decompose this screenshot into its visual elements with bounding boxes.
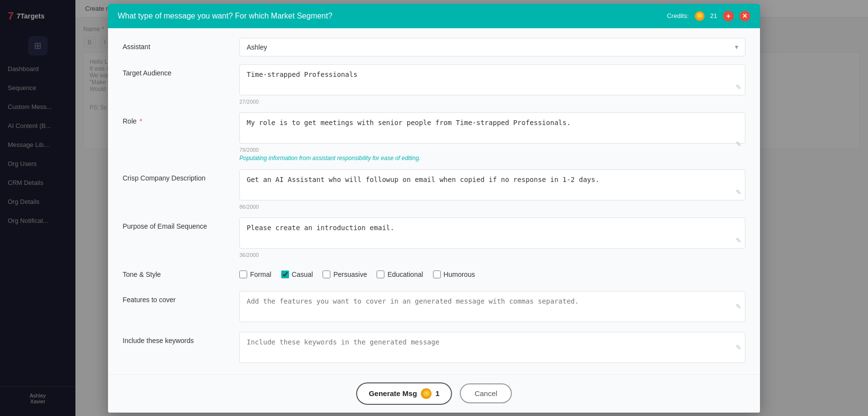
crisp-company-row: Crisp Company Description Get an AI Assi… [123, 169, 745, 210]
tone-formal-label: Formal [250, 271, 271, 278]
role-edit-icon[interactable]: ✎ [736, 140, 741, 148]
tone-label: Tone & Style [123, 266, 230, 278]
modal-x-button[interactable]: × [740, 11, 750, 21]
features-input[interactable] [239, 291, 745, 322]
modal-dialog: What type of message you want? For which… [108, 4, 760, 413]
tone-educational-label: Educational [387, 271, 423, 278]
features-label: Features to cover [123, 291, 230, 304]
modal-footer: Generate Msg 🪙 1 Cancel [108, 374, 760, 413]
keywords-row: Include these keywords ✎ [123, 332, 745, 365]
modal-header-right: Credits: 🪙 21 + × [667, 11, 750, 21]
role-info-text: Populating information from assistant re… [239, 155, 745, 162]
tone-checkbox-casual[interactable] [281, 271, 289, 278]
role-control: My role is to get meetings with senior p… [239, 112, 745, 162]
role-row: Role * My role is to get meetings with s… [123, 112, 745, 162]
modal-title: What type of message you want? For which… [118, 12, 332, 20]
role-required-star: * [138, 117, 142, 125]
purpose-edit-icon[interactable]: ✎ [736, 236, 741, 244]
tone-checkbox-persuasive[interactable] [323, 271, 330, 278]
assistant-label: Assistant [123, 38, 230, 51]
credits-label: Credits: [667, 12, 689, 19]
modal-header: What type of message you want? For which… [108, 4, 760, 28]
target-audience-label: Target Audience [123, 64, 230, 77]
tone-checkbox-humorous[interactable] [433, 271, 441, 278]
crisp-company-char-count: 86/2000 [239, 204, 745, 210]
purpose-label: Purpose of Email Sequence [123, 217, 230, 230]
tone-control: Formal Casual Persuasive Educationa [239, 266, 745, 283]
target-audience-row: Target Audience Time-strapped Profession… [123, 64, 745, 105]
cancel-button[interactable]: Cancel [460, 383, 512, 403]
assistant-row: Assistant Ashley ▼ [123, 38, 745, 56]
keywords-input[interactable] [239, 332, 745, 363]
role-input[interactable]: My role is to get meetings with senior p… [239, 112, 745, 144]
keywords-control: ✎ [239, 332, 745, 365]
crisp-company-edit-icon[interactable]: ✎ [736, 188, 741, 196]
purpose-char-count: 36/2000 [239, 252, 745, 258]
assistant-select[interactable]: Ashley [239, 38, 745, 56]
tone-checkbox-educational[interactable] [377, 271, 384, 278]
target-audience-input[interactable]: Time-strapped Professionals [239, 64, 745, 95]
generate-credit-icon: 🪙 [421, 388, 432, 399]
crisp-company-control: Get an AI Assistant who will followup on… [239, 169, 745, 210]
tone-option-educational[interactable]: Educational [377, 271, 423, 278]
target-audience-char-count: 27/2000 [239, 99, 745, 105]
target-audience-control: Time-strapped Professionals 27/2000 ✎ [239, 64, 745, 105]
tone-row: Tone & Style Formal Casual P [123, 266, 745, 283]
generate-msg-button[interactable]: Generate Msg 🪙 1 [356, 382, 452, 405]
tone-option-formal[interactable]: Formal [239, 271, 271, 278]
tone-option-humorous[interactable]: Humorous [433, 271, 475, 278]
tone-casual-label: Casual [292, 271, 313, 278]
target-audience-edit-icon[interactable]: ✎ [736, 83, 741, 91]
purpose-row: Purpose of Email Sequence Please create … [123, 217, 745, 258]
crisp-company-label: Crisp Company Description [123, 169, 230, 182]
role-label: Role * [123, 112, 230, 125]
tone-options-group: Formal Casual Persuasive Educationa [239, 266, 745, 283]
keywords-label: Include these keywords [123, 332, 230, 344]
features-edit-icon[interactable]: ✎ [736, 303, 741, 310]
modal-body: Assistant Ashley ▼ Target Audience Time-… [108, 28, 760, 374]
credits-count: 21 [710, 12, 717, 19]
tone-persuasive-label: Persuasive [333, 271, 367, 278]
features-row: Features to cover ✎ [123, 291, 745, 324]
purpose-input[interactable]: Please create an introduction email. [239, 217, 745, 249]
features-control: ✎ [239, 291, 745, 324]
purpose-control: Please create an introduction email. 36/… [239, 217, 745, 258]
generate-msg-label: Generate Msg [369, 389, 417, 398]
role-char-count: 79/2000 [239, 147, 745, 153]
keywords-edit-icon[interactable]: ✎ [736, 344, 741, 351]
assistant-control: Ashley ▼ [239, 38, 745, 56]
modal-overlay: What type of message you want? For which… [0, 0, 868, 416]
tone-option-casual[interactable]: Casual [281, 271, 313, 278]
tone-option-persuasive[interactable]: Persuasive [323, 271, 367, 278]
credits-coin-icon: 🪙 [695, 11, 705, 21]
tone-checkbox-formal[interactable] [239, 271, 247, 278]
tone-humorous-label: Humorous [444, 271, 475, 278]
generate-credit-count: 1 [435, 389, 439, 398]
modal-close-button[interactable]: + [723, 11, 734, 21]
crisp-company-input[interactable]: Get an AI Assistant who will followup on… [239, 169, 745, 200]
